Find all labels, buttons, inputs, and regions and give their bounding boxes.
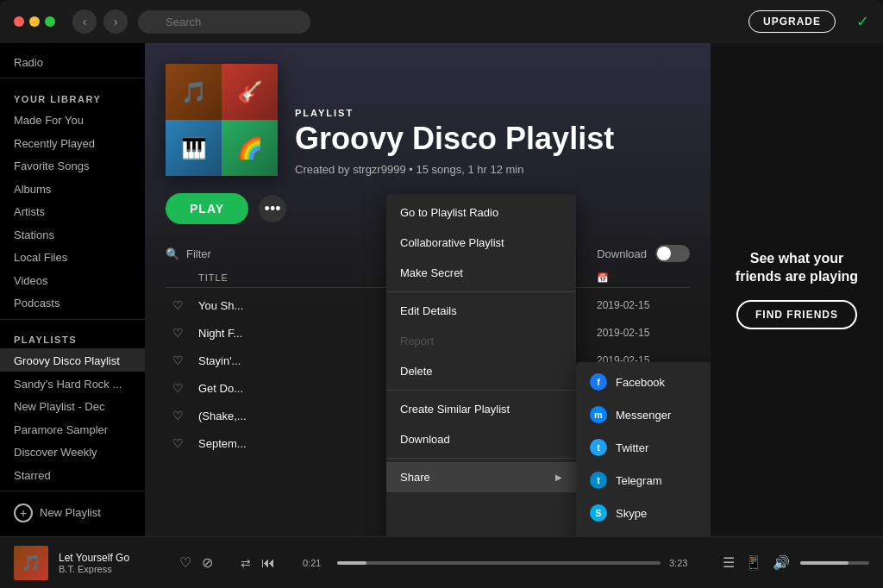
volume-fill (800, 561, 849, 565)
sidebar-item-paramore-sampler[interactable]: Paramore Sampler (0, 417, 145, 440)
menu-item-edit-details[interactable]: Edit Details (386, 296, 576, 326)
traffic-lights (14, 16, 55, 27)
time-current: 0:21 (303, 558, 329, 568)
filter-input-wrap: 🔍 Filter (166, 247, 211, 260)
sidebar-item-groovy-disco[interactable]: Groovy Disco Playlist (0, 348, 145, 371)
filter-label: Filter (186, 247, 211, 260)
more-options-button[interactable]: ••• (259, 195, 286, 222)
heart-icon[interactable]: ♡ (172, 353, 198, 367)
nav-buttons: ‹ › (72, 9, 128, 34)
sidebar-item-radio[interactable]: Radio (0, 50, 145, 72)
title-bar: ‹ › 🔍 UPGRADE ✓ (0, 0, 883, 43)
sidebar-item-made-for-you[interactable]: Made For You (0, 108, 145, 130)
share-facebook[interactable]: f Facebook (576, 366, 711, 398)
volume-bar[interactable] (800, 561, 869, 565)
upgrade-button[interactable]: UPGRADE (748, 10, 836, 33)
menu-item-playlist-radio[interactable]: Go to Playlist Radio (386, 197, 576, 228)
skype-label: Skype (616, 507, 647, 520)
playlist-art (166, 64, 278, 176)
player-no-button[interactable]: ⊘ (202, 554, 213, 571)
col-heart (172, 272, 198, 284)
track-title: You Sh... (198, 299, 380, 312)
checkmark-icon: ✓ (856, 12, 869, 31)
library-section-label: YOUR LIBRARY (0, 84, 145, 108)
playlists-section-label: PLAYLISTS (0, 324, 145, 348)
sidebar-item-recently-played[interactable]: Recently Played (0, 131, 145, 153)
forward-button[interactable]: › (103, 9, 128, 34)
sidebar-item-artists[interactable]: Artists (0, 199, 145, 222)
sidebar-item-discover-weekly[interactable]: Discover Weekly (0, 440, 145, 462)
track-title: Get Do... (198, 382, 380, 395)
new-playlist-button[interactable]: + New Playlist (0, 497, 145, 529)
queue-button[interactable]: ☰ (723, 554, 735, 571)
play-button[interactable]: PLAY (166, 193, 248, 224)
menu-item-report[interactable]: Report (386, 326, 576, 356)
player-artist: B.T. Express (59, 564, 162, 574)
sidebar-item-new-playlist-dec[interactable]: New Playlist - Dec (0, 394, 145, 416)
menu-item-make-secret[interactable]: Make Secret (386, 258, 576, 288)
right-panel: See what your friends are playing FIND F… (711, 43, 883, 536)
back-button[interactable]: ‹ (72, 9, 97, 34)
volume-button[interactable]: 🔊 (773, 554, 790, 571)
filter-icon: 🔍 (166, 247, 179, 260)
player-album-art: 🎵 (14, 546, 48, 580)
share-twitter[interactable]: t Twitter (576, 431, 711, 464)
skype-icon: S (590, 504, 607, 522)
heart-icon[interactable]: ♡ (172, 436, 198, 450)
progress-bar[interactable] (337, 561, 661, 565)
sidebar-divider (0, 78, 145, 78)
content-area: PLAYLIST Groovy Disco Playlist Created b… (145, 43, 711, 536)
sidebar-item-podcasts[interactable]: Podcasts (0, 291, 145, 313)
new-playlist-label: New Playlist (40, 506, 101, 519)
friends-text: See what your friends are playing (728, 250, 866, 286)
menu-item-collaborative[interactable]: Collaborative Playlist (386, 228, 576, 258)
playlist-info: PLAYLIST Groovy Disco Playlist Created b… (295, 108, 690, 176)
main-layout: Radio YOUR LIBRARY Made For You Recently… (0, 43, 883, 536)
sidebar-item-starred[interactable]: Starred (0, 463, 145, 485)
playlist-header: PLAYLIST Groovy Disco Playlist Created b… (145, 43, 711, 193)
player-heart-button[interactable]: ♡ (179, 554, 191, 571)
previous-button[interactable]: ⏮ (261, 555, 275, 571)
share-telegram[interactable]: t Telegram (576, 464, 711, 497)
twitter-icon: t (590, 439, 607, 456)
search-input[interactable] (138, 10, 310, 34)
sidebar-item-local-files[interactable]: Local Files (0, 245, 145, 267)
messenger-icon: m (590, 406, 607, 423)
menu-item-delete[interactable]: Delete (386, 356, 576, 386)
menu-item-download[interactable]: Download (386, 424, 576, 454)
share-label: Share (400, 471, 430, 484)
search-wrapper: 🔍 (138, 10, 310, 34)
heart-icon[interactable]: ♡ (172, 381, 198, 395)
progress-section: 0:21 3:23 (303, 558, 695, 568)
menu-item-similar-playlist[interactable]: Create Similar Playlist (386, 394, 576, 424)
playlist-type-label: PLAYLIST (295, 108, 690, 118)
menu-divider-3 (386, 458, 576, 459)
sidebar-item-sandy-hard-rock[interactable]: Sandy's Hard Rock ... (0, 372, 145, 394)
devices-button[interactable]: 📱 (745, 554, 762, 571)
maximize-button[interactable] (45, 16, 55, 27)
player-track-info: Let Yourself Go B.T. Express (59, 552, 162, 574)
playback-controls: ⇄ ⏮ (241, 555, 275, 571)
sidebar-item-videos[interactable]: Videos (0, 268, 145, 291)
menu-item-share[interactable]: Share ▶ (386, 462, 576, 492)
heart-icon[interactable]: ♡ (172, 409, 198, 422)
share-messenger[interactable]: m Messenger (576, 398, 711, 431)
sidebar-divider-2 (0, 319, 145, 320)
share-tumblr[interactable]: t Tumblr (576, 529, 711, 536)
shuffle-button[interactable]: ⇄ (241, 556, 251, 570)
time-total: 3:23 (669, 558, 695, 568)
heart-icon[interactable]: ♡ (172, 326, 198, 340)
playlist-meta: Created by strgzr9999 • 15 songs, 1 hr 1… (295, 163, 690, 176)
sidebar-item-stations[interactable]: Stations (0, 222, 145, 245)
messenger-label: Messenger (616, 409, 671, 422)
share-skype[interactable]: S Skype (576, 497, 711, 529)
find-friends-button[interactable]: FIND FRIENDS (736, 300, 857, 329)
menu-divider-2 (386, 390, 576, 391)
close-button[interactable] (14, 16, 24, 27)
track-title: Septem... (198, 437, 380, 450)
sidebar-item-favorite-songs[interactable]: Favorite Songs (0, 153, 145, 176)
sidebar-item-albums[interactable]: Albums (0, 177, 145, 199)
minimize-button[interactable] (29, 16, 40, 27)
heart-icon[interactable]: ♡ (172, 298, 198, 312)
telegram-label: Telegram (616, 474, 661, 487)
